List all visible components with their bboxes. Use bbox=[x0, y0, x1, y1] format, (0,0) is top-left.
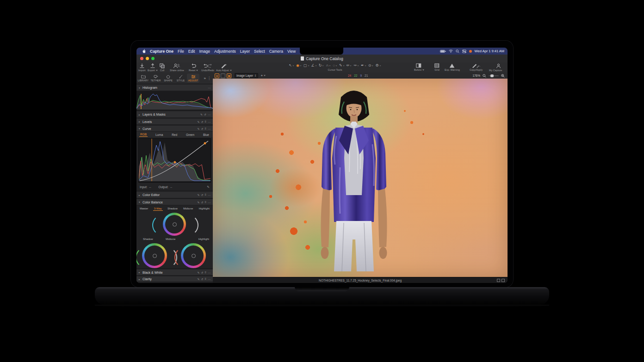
pen-icon[interactable]: ✎ bbox=[200, 113, 203, 116]
panel-header-color-balance[interactable]: ▾ Color Balance ✎ ↺ ≡ ⋯ bbox=[136, 199, 213, 205]
heal-mask-tool-icon[interactable]: ✑ bbox=[353, 63, 359, 68]
tab-shape[interactable]: SHAPE bbox=[162, 73, 174, 84]
presets-icon[interactable]: ≡ bbox=[204, 277, 206, 281]
tab-adjust[interactable]: ADJUST bbox=[187, 74, 199, 83]
battery-icon[interactable] bbox=[440, 50, 446, 53]
panel-header-curve[interactable]: ▾ Curve ✎ ↺ ≡ ⋯ bbox=[136, 125, 213, 132]
wifi-icon[interactable] bbox=[449, 49, 453, 53]
single-view-icon[interactable] bbox=[221, 74, 225, 78]
curve-tab-blue[interactable]: Blue bbox=[202, 133, 210, 137]
tab-library[interactable]: LIBRARY bbox=[137, 73, 149, 84]
menu-image[interactable]: Image bbox=[199, 49, 210, 54]
reset-arrow-icon[interactable]: ↺ bbox=[201, 201, 203, 204]
more-icon[interactable]: ⋯ bbox=[208, 120, 211, 123]
reset-arrow-icon[interactable]: ↺ bbox=[201, 120, 203, 123]
cull-button[interactable]: Cull bbox=[160, 63, 165, 72]
reset-button[interactable]: Reset bbox=[189, 63, 198, 72]
more-icon[interactable]: ⋯ bbox=[208, 193, 211, 196]
grid-button[interactable]: Grid bbox=[434, 63, 440, 72]
zoom-level-value[interactable]: 176% bbox=[472, 74, 480, 77]
curve-graph[interactable] bbox=[138, 138, 211, 183]
pen-icon[interactable]: ✎ bbox=[197, 271, 199, 274]
presets-icon[interactable]: ≡ bbox=[204, 127, 206, 130]
more-icon[interactable]: ⋯ bbox=[208, 113, 211, 116]
menu-camera[interactable]: Camera bbox=[269, 49, 283, 54]
menubar-clock[interactable]: Wed Apr 1 9:41 AM bbox=[475, 49, 504, 53]
pen-icon[interactable]: ✎ bbox=[197, 193, 199, 196]
panel-header-layers-masks[interactable]: ▸ Layers & Masks ✎ ↺ ⋯ bbox=[136, 111, 213, 118]
exp-warning-button[interactable]: Exp. Warning bbox=[445, 63, 460, 72]
tab-style[interactable]: STYLE bbox=[174, 73, 187, 84]
reset-arrow-icon[interactable]: ↺ bbox=[201, 271, 203, 274]
color-picker-tool-icon[interactable]: ⊙ bbox=[368, 63, 374, 68]
cb-tab-highlight[interactable]: Highlight bbox=[198, 207, 211, 210]
shadow-color-wheel[interactable] bbox=[142, 243, 167, 268]
cb-tab-shadow[interactable]: Shadow bbox=[167, 207, 179, 210]
menu-adjustments[interactable]: Adjustments bbox=[214, 49, 236, 54]
more-icon[interactable]: ⋯ bbox=[208, 201, 211, 204]
cb-tab-midtone[interactable]: Midtone bbox=[182, 207, 194, 210]
spot-tool-icon[interactable]: ◌ bbox=[333, 63, 337, 68]
curve-tab-rgb[interactable]: RGB bbox=[139, 132, 148, 137]
capture-one-menubar-icon[interactable] bbox=[469, 50, 472, 53]
statusbar-toggle-icon[interactable] bbox=[502, 279, 505, 282]
more-icon[interactable]: ⋯ bbox=[208, 127, 211, 130]
panel-header-histogram[interactable]: ▾ Histogram ⋯ bbox=[136, 84, 213, 91]
panel-header-color-editor[interactable]: ▸ Color Editor ✎ ↺ ≡ ⋯ bbox=[136, 191, 213, 198]
magnifier-icon[interactable] bbox=[483, 74, 486, 78]
rotate-tool-icon[interactable]: ↻ bbox=[319, 63, 324, 68]
layer-dropdown[interactable]: Image Layer ▲▼ bbox=[235, 73, 258, 78]
reset-arrow-icon[interactable]: ↺ bbox=[201, 277, 203, 281]
pan-tool-icon[interactable]: ◉ bbox=[296, 63, 302, 68]
layer-stepper-icon[interactable]: ▲▼ bbox=[254, 74, 256, 77]
more-icon[interactable]: ⋯ bbox=[208, 86, 211, 89]
more-icon[interactable]: ⋯ bbox=[208, 277, 211, 281]
menu-file[interactable]: File bbox=[178, 49, 184, 54]
zoom-fit-magnifier-icon[interactable] bbox=[501, 74, 505, 78]
highlight-color-wheel[interactable] bbox=[181, 243, 206, 268]
menu-select[interactable]: Select bbox=[254, 49, 265, 54]
tab-tether[interactable]: TETHER bbox=[149, 73, 162, 84]
curve-tab-green[interactable]: Green bbox=[185, 133, 195, 137]
search-icon[interactable] bbox=[456, 49, 459, 53]
apple-logo-icon[interactable] bbox=[142, 49, 146, 54]
pen-icon[interactable]: ✎ bbox=[197, 120, 199, 123]
add-layer-button[interactable]: + bbox=[261, 74, 263, 78]
focus-mask-icon[interactable]: ▣ bbox=[227, 74, 231, 78]
curve-tab-luma[interactable]: Luma bbox=[155, 133, 164, 137]
add-layer-caret-icon[interactable] bbox=[264, 75, 266, 76]
presets-icon[interactable]: ≡ bbox=[204, 193, 206, 196]
export-button[interactable]: Export bbox=[148, 63, 158, 72]
zoom-slider[interactable] bbox=[489, 75, 499, 76]
copy-apply-button[interactable]: Copy/Apply bbox=[470, 63, 483, 72]
pen-icon[interactable]: ✎ bbox=[197, 277, 199, 281]
panel-header-dehaze[interactable]: ▸ Dehaze ✎ ↺ ⋯ bbox=[136, 282, 213, 283]
thumbnails-grid-icon[interactable]: ⊞ bbox=[215, 74, 219, 78]
panel-header-black-white[interactable]: ▸ Black & White ✎ ↺ ≡ ⋯ bbox=[136, 269, 213, 276]
straighten-tool-icon[interactable]: ∠ bbox=[311, 63, 317, 68]
erase-mask-tool-icon[interactable]: ✏ bbox=[347, 63, 352, 68]
zoom-slider-thumb[interactable] bbox=[490, 74, 494, 77]
share-online-button[interactable]: Share online bbox=[170, 63, 184, 72]
tab-overflow-icon[interactable]: » bbox=[204, 76, 206, 80]
undo-redo-button[interactable]: Undo/Redo bbox=[201, 63, 214, 72]
cb-tab-3way[interactable]: 3-Way bbox=[153, 207, 163, 211]
statusbar-toggle-icon[interactable] bbox=[497, 279, 500, 282]
select-tool-icon[interactable]: ↖ bbox=[289, 63, 294, 68]
crop-tool-icon[interactable]: ▢ bbox=[303, 63, 310, 68]
zoom-tool-icon[interactable]: ⚙ bbox=[375, 63, 381, 68]
pen-icon[interactable]: ✎ bbox=[197, 201, 199, 204]
control-center-icon[interactable] bbox=[462, 49, 466, 53]
auto-adjust-button[interactable]: Auto Adjust bbox=[216, 63, 232, 72]
presets-icon[interactable]: ≡ bbox=[204, 201, 206, 204]
menu-edit[interactable]: Edit bbox=[188, 49, 195, 54]
pen-icon[interactable]: ✎ bbox=[197, 127, 199, 130]
menu-layer[interactable]: Layer bbox=[240, 49, 250, 54]
reset-arrow-icon[interactable]: ↺ bbox=[204, 113, 206, 116]
curve-picker-icon[interactable]: ✎ bbox=[207, 185, 210, 189]
reset-arrow-icon[interactable]: ↺ bbox=[201, 127, 203, 130]
draw-mask-tool-icon[interactable]: ✎ bbox=[339, 63, 345, 68]
import-button[interactable]: Import bbox=[138, 63, 146, 72]
panel-header-clarity[interactable]: ▸ Clarity ✎ ↺ ≡ ⋯ bbox=[136, 276, 213, 282]
curve-tab-red[interactable]: Red bbox=[171, 133, 178, 137]
